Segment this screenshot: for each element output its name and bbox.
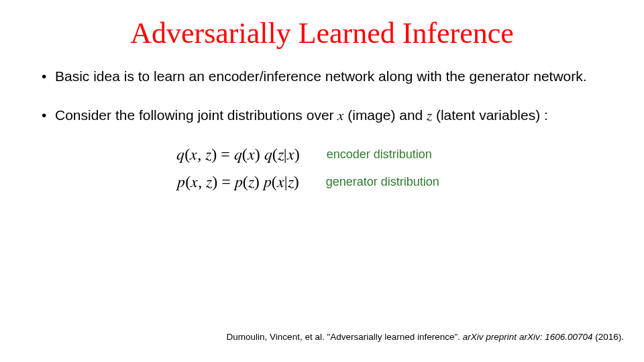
slide-title: Adversarially Learned Inference [40, 19, 604, 48]
equation-block: 𝑞(𝑥, 𝑧) = 𝑞(𝑥) 𝑞(𝑧|𝑥) encoder distributi… [40, 145, 604, 191]
bullet-list: Basic idea is to learn an encoder/infere… [40, 67, 604, 125]
slide: Adversarially Learned Inference Basic id… [0, 0, 644, 362]
bullet-item: Consider the following joint distributio… [40, 106, 604, 125]
citation-prefix: Dumoulin, Vincent, et al. "Adversarially… [227, 332, 463, 342]
bullet-item: Basic idea is to learn an encoder/infere… [40, 67, 604, 86]
equation-row: 𝑝(𝑥, 𝑧) = 𝑝(𝑧) 𝑝(𝑥|𝑧) generator distribu… [40, 173, 604, 191]
citation-italic: arXiv preprint arXiv: 1606.00704 [463, 332, 595, 342]
equation-row: 𝑞(𝑥, 𝑧) = 𝑞(𝑥) 𝑞(𝑧|𝑥) encoder distributi… [40, 145, 604, 164]
citation: Dumoulin, Vincent, et al. "Adversarially… [0, 332, 624, 342]
annotation-generator: generator distribution [326, 175, 467, 189]
annotation-encoder: encoder distribution [327, 147, 468, 162]
equation-encoder: 𝑞(𝑥, 𝑧) = 𝑞(𝑥) 𝑞(𝑧|𝑥) [176, 145, 299, 164]
citation-suffix: (2016). [595, 332, 624, 342]
equation-generator: 𝑝(𝑥, 𝑧) = 𝑝(𝑧) 𝑝(𝑥|𝑧) [177, 173, 299, 191]
